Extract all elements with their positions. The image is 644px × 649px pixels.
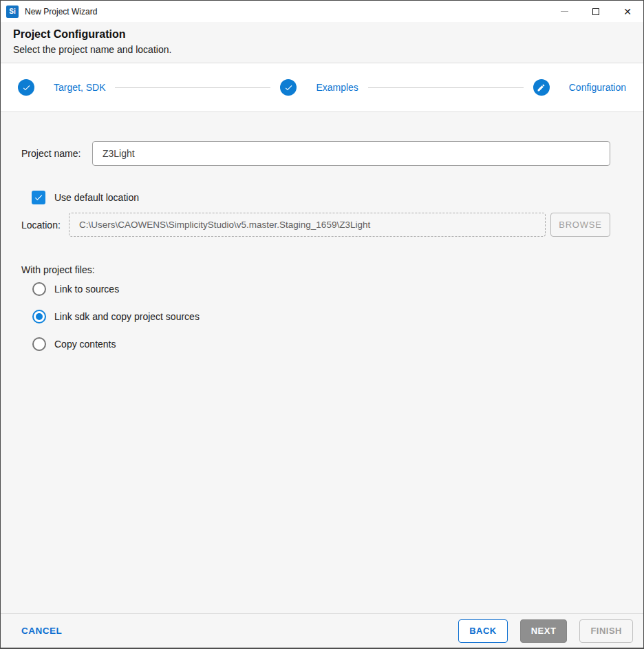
project-name-label: Project name: — [21, 148, 92, 159]
check-circle-icon — [280, 79, 297, 96]
main-content: Project name: Use default location Locat… — [1, 112, 643, 613]
app-icon: Si — [6, 6, 19, 18]
use-default-location-row[interactable]: Use default location — [32, 191, 610, 204]
location-row: Location: BROWSE — [21, 213, 610, 237]
title-bar: Si New Project Wizard ✕ — [1, 1, 643, 22]
radio-link-to-sources[interactable]: Link to sources — [32, 275, 610, 303]
step-examples[interactable]: Examples — [280, 79, 358, 96]
radio-copy-contents[interactable]: Copy contents — [32, 330, 610, 358]
page-subtitle: Select the project name and location. — [13, 44, 631, 55]
close-button[interactable]: ✕ — [612, 1, 643, 22]
location-label: Location: — [21, 220, 69, 231]
close-icon: ✕ — [623, 7, 632, 17]
step-label: Examples — [316, 82, 358, 93]
step-label: Configuration — [569, 82, 626, 93]
location-input — [69, 213, 546, 237]
project-name-row: Project name: — [21, 141, 610, 166]
radio-label: Link sdk and copy project sources — [54, 311, 200, 322]
radio-unselected-icon[interactable] — [32, 282, 46, 296]
check-circle-icon — [18, 79, 34, 96]
minimize-icon — [561, 11, 568, 12]
cancel-button[interactable]: CANCEL — [21, 626, 62, 636]
browse-button[interactable]: BROWSE — [550, 213, 610, 237]
wizard-stepper: Target, SDK Examples Configuration — [1, 63, 643, 112]
with-project-files-label: With project files: — [21, 264, 610, 275]
step-connector — [115, 87, 270, 88]
new-project-wizard-window: Si New Project Wizard ✕ Project Configur… — [0, 0, 644, 649]
maximize-button[interactable] — [580, 1, 612, 22]
checkbox-checked-icon[interactable] — [32, 191, 45, 204]
finish-button: FINISH — [579, 619, 633, 643]
step-target-sdk[interactable]: Target, SDK — [18, 79, 105, 96]
radio-selected-icon[interactable] — [32, 310, 46, 323]
project-name-input[interactable] — [92, 141, 610, 166]
step-configuration[interactable]: Configuration — [533, 79, 626, 96]
step-connector — [368, 87, 524, 88]
window-title: New Project Wizard — [25, 7, 97, 17]
minimize-button[interactable] — [548, 1, 580, 22]
use-default-location-label: Use default location — [54, 192, 139, 203]
radio-link-sdk-copy-sources[interactable]: Link sdk and copy project sources — [32, 303, 610, 330]
wizard-footer: CANCEL BACK NEXT FINISH — [1, 613, 643, 648]
radio-label: Link to sources — [54, 284, 119, 295]
radio-label: Copy contents — [54, 339, 116, 350]
step-label: Target, SDK — [54, 82, 105, 93]
page-title: Project Configuration — [13, 28, 631, 41]
maximize-icon — [592, 8, 599, 15]
next-button[interactable]: NEXT — [520, 619, 568, 643]
back-button[interactable]: BACK — [458, 619, 508, 643]
wizard-header: Project Configuration Select the project… — [1, 22, 643, 63]
pencil-circle-icon — [533, 79, 550, 96]
radio-unselected-icon[interactable] — [32, 337, 46, 351]
